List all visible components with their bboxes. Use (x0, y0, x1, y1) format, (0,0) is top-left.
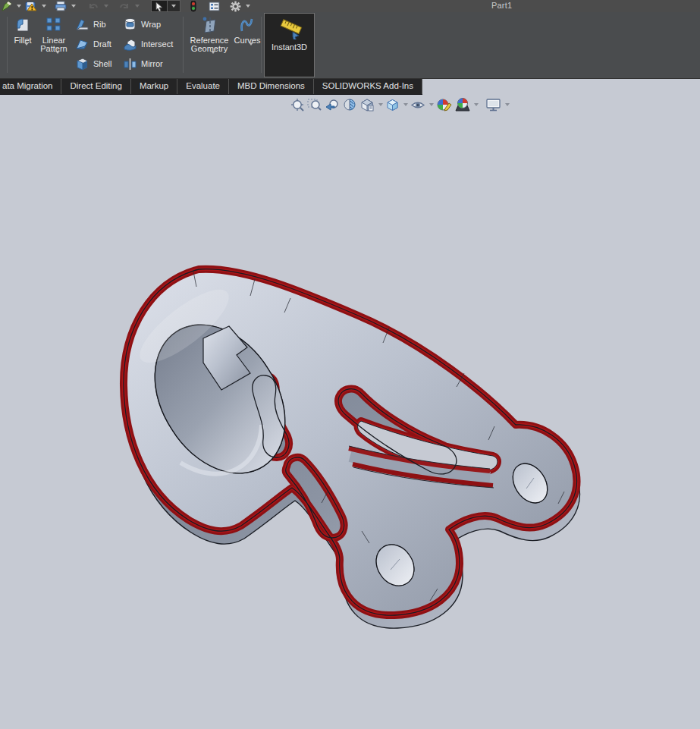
apply-scene-icon[interactable] (454, 97, 470, 112)
titlebar: Part1 (0, 0, 700, 12)
shell-icon (75, 57, 89, 71)
view-orientation-dropdown-chevron[interactable] (403, 103, 408, 106)
hide-show-items-dropdown-chevron[interactable] (429, 103, 434, 106)
options-list-icon[interactable] (209, 0, 220, 12)
ribbon-separator (183, 17, 184, 73)
part-model-lever-arm[interactable] (0, 78, 700, 729)
rib-icon (75, 17, 89, 32)
print-icon[interactable] (55, 0, 67, 12)
zoom-to-fit-icon[interactable] (290, 98, 305, 112)
wrap-icon (123, 17, 137, 32)
draft-icon (75, 37, 89, 52)
select-dropdown-chevron[interactable] (168, 0, 180, 12)
tab-direct-editing[interactable]: Direct Editing (61, 78, 130, 94)
graphics-viewport[interactable] (0, 78, 700, 729)
zoom-to-area-icon[interactable] (307, 98, 322, 112)
print-dropdown-chevron[interactable] (71, 5, 76, 8)
instant3d-button[interactable]: Instant3D (264, 13, 315, 77)
sketch-dropdown-chevron[interactable] (17, 5, 21, 8)
save-icon[interactable] (25, 0, 37, 12)
apply-scene-dropdown-chevron[interactable] (474, 103, 479, 106)
select-cursor-icon[interactable] (151, 0, 168, 12)
ribbon: Fillet Linear Pattern Rib Draft Shell Wr… (0, 12, 700, 79)
reference-geometry-icon (187, 15, 231, 35)
reference-geometry-dropdown-chevron[interactable] (211, 51, 215, 54)
linear-pattern-button[interactable]: Linear Pattern (38, 15, 70, 53)
save-dropdown-chevron[interactable] (42, 5, 46, 8)
wrap-button[interactable]: Wrap (123, 14, 173, 34)
wrap-intersect-mirror-column: Wrap Intersect Mirror (123, 14, 173, 74)
tab-ata-migration[interactable]: ata Migration (0, 78, 61, 94)
command-tabs: ata MigrationDirect EditingMarkupEvaluat… (0, 78, 422, 95)
fillet-button[interactable]: Fillet (7, 15, 39, 45)
tab-evaluate[interactable]: Evaluate (177, 78, 229, 94)
linear-pattern-dropdown-chevron[interactable] (55, 51, 60, 54)
reference-geometry-button[interactable]: Reference Geometry (187, 15, 231, 53)
fillet-icon (7, 15, 39, 35)
redo-icon[interactable] (118, 0, 130, 12)
linear-pattern-icon (38, 15, 70, 35)
rib-draft-shell-column: Rib Draft Shell (75, 14, 111, 74)
ribbon-separator (261, 17, 262, 73)
settings-dropdown-chevron[interactable] (246, 5, 250, 8)
curves-icon (231, 15, 263, 35)
intersect-icon (123, 37, 137, 52)
draft-button[interactable]: Draft (75, 34, 111, 54)
mirror-button[interactable]: Mirror (123, 54, 173, 74)
view-orientation-icon[interactable] (385, 98, 400, 112)
tab-solidworks-add-ins[interactable]: SOLIDWORKS Add-Ins (314, 78, 422, 94)
intersect-button[interactable]: Intersect (123, 34, 173, 54)
heads-up-view-toolbar (290, 97, 512, 112)
annotation-views-icon[interactable] (359, 98, 375, 112)
tab-mbd-dimensions[interactable]: MBD Dimensions (229, 78, 314, 94)
quick-access-toolbar (2, 0, 254, 12)
redo-dropdown-chevron[interactable] (135, 5, 140, 8)
view-settings-icon[interactable] (485, 98, 501, 112)
undo-icon[interactable] (87, 0, 99, 12)
undo-dropdown-chevron[interactable] (104, 5, 108, 8)
view-settings-dropdown-chevron[interactable] (505, 103, 510, 106)
instant3d-icon (265, 14, 314, 39)
shell-button[interactable]: Shell (75, 54, 111, 74)
settings-gear-icon[interactable] (230, 0, 241, 12)
sketch-icon[interactable] (2, 0, 12, 12)
edit-appearance-icon[interactable] (436, 97, 452, 112)
fillet-dropdown-chevron[interactable] (24, 42, 29, 46)
curves-dropdown-chevron[interactable] (249, 42, 253, 46)
curves-button[interactable]: Curves (231, 15, 263, 45)
section-view-icon[interactable] (342, 98, 357, 112)
hide-show-items-icon[interactable] (410, 98, 425, 112)
annotation-views-dropdown-chevron[interactable] (378, 103, 383, 106)
document-title: Part1 (491, 1, 512, 10)
rib-button[interactable]: Rib (75, 14, 111, 34)
mirror-icon (123, 57, 137, 71)
previous-view-icon[interactable] (325, 98, 340, 112)
rebuild-traffic-light-icon[interactable] (190, 0, 197, 12)
solidworks-window: { "window": { "title": "Part1" }, "quick… (0, 0, 700, 729)
tab-markup[interactable]: Markup (131, 78, 177, 94)
